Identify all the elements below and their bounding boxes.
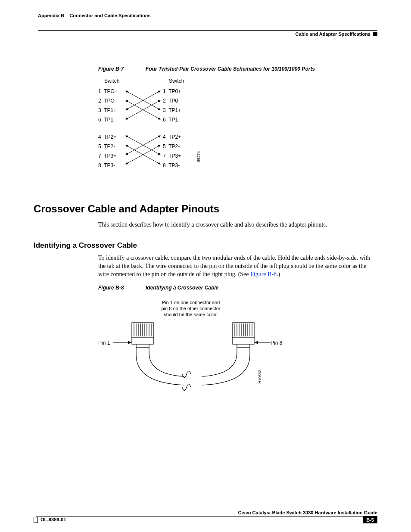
figure-b8-link[interactable]: Figure B-8 — [250, 271, 277, 277]
svg-rect-10 — [136, 344, 149, 348]
header-appendix: Appendix B Connector and Cable Specifica… — [38, 13, 151, 18]
footer-guide-title: Cisco Catalyst Blade Switch 3030 Hardwar… — [34, 510, 377, 515]
figure-b8-diagram: Pin 1 on one connector and pin 8 on the … — [98, 297, 296, 396]
figure-b7-caption: Figure B-7Four Twisted-Pair Crossover Ca… — [98, 66, 377, 72]
crossover-lines-icon — [124, 87, 167, 178]
figure-b8-id: H10632 — [258, 370, 262, 384]
subsection-identifying: Identifying a Crossover Cable — [34, 241, 377, 250]
figure-b7-diagram: Switch 1 TPO+ 2 TPO- 3 TP1+ 6 TP1- 4 TP2… — [98, 78, 236, 190]
figure-b7-id: 65274 — [196, 151, 201, 162]
svg-rect-9 — [132, 337, 153, 344]
header-end-marker — [373, 32, 377, 36]
svg-rect-21 — [233, 337, 254, 344]
footer-box-icon — [34, 517, 38, 523]
page-number-badge: B-5 — [363, 516, 377, 523]
svg-rect-22 — [237, 344, 250, 348]
section-heading-crossover: Crossover Cable and Adapter Pinouts — [34, 203, 377, 215]
figure-b8-caption: Figure B-8Identifying a Crossover Cable — [98, 285, 377, 291]
header-section: Cable and Adapter Specifications — [296, 31, 371, 37]
footer-doc-id: OL-8389-01 — [40, 517, 66, 522]
section-intro: This section describes how to identify a… — [98, 221, 377, 229]
identify-paragraph: To identify a crossover cable, compare t… — [98, 254, 377, 279]
